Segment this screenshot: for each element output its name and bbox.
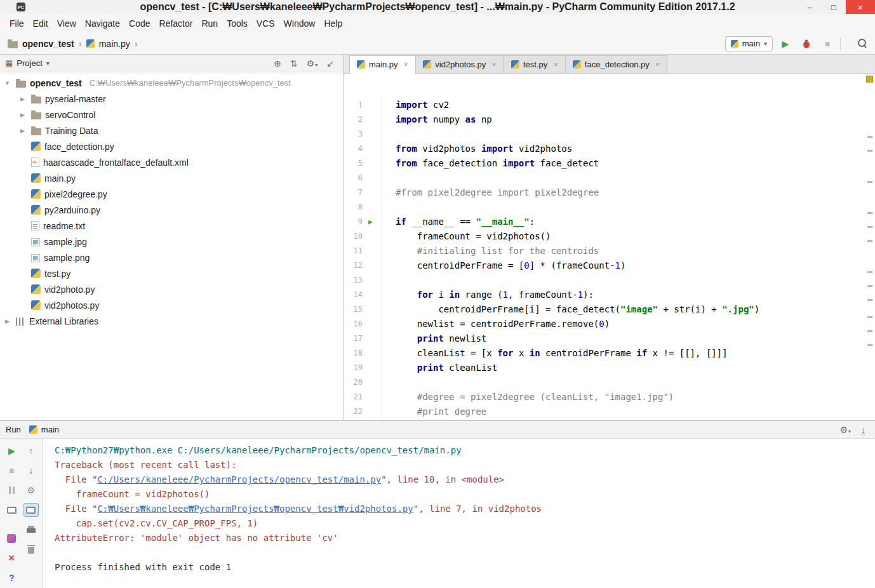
line-number[interactable]: 7: [344, 185, 363, 200]
menu-item-vcs[interactable]: VCS: [252, 15, 279, 32]
stripe-mark[interactable]: [867, 330, 872, 332]
menu-item-view[interactable]: View: [53, 15, 81, 32]
line-number[interactable]: 2: [344, 112, 363, 127]
stop-process-button[interactable]: ■: [4, 464, 19, 478]
gutter[interactable]: [363, 156, 382, 171]
close-console-button[interactable]: ×: [4, 551, 19, 565]
gutter[interactable]: [363, 229, 382, 244]
tree-expanded-icon[interactable]: ▼: [3, 80, 12, 86]
close-window-button[interactable]: ×: [846, 0, 875, 14]
stripe-mark[interactable]: [867, 181, 872, 183]
run-button[interactable]: ▶: [777, 36, 794, 52]
print-button[interactable]: [23, 523, 39, 537]
tab-close-icon[interactable]: ×: [553, 60, 558, 69]
minimize-button[interactable]: –: [798, 0, 822, 14]
tree-item-readme-txt[interactable]: readme.txt: [0, 218, 343, 234]
gutter[interactable]: [363, 331, 382, 346]
stripe-mark[interactable]: [867, 271, 872, 273]
line-number[interactable]: 6: [344, 171, 363, 185]
line-number[interactable]: 13: [344, 273, 363, 288]
gutter[interactable]: [363, 361, 382, 375]
inspection-status-icon[interactable]: [866, 76, 873, 83]
tree-item-pyserial-master[interactable]: ▶pyserial-master: [0, 91, 343, 107]
run-config-selector[interactable]: main ▾: [725, 36, 773, 51]
debug-button[interactable]: [798, 36, 815, 52]
gutter[interactable]: [363, 288, 382, 302]
line-number[interactable]: 16: [344, 317, 363, 331]
tree-item-external-libraries[interactable]: ▶External Libraries: [0, 313, 343, 329]
tree-item-vid2photos-py[interactable]: vid2photos.py: [0, 297, 343, 313]
tree-item-pixel2degree-py[interactable]: pixel2degree.py: [0, 186, 343, 202]
code-editor[interactable]: 1import cv22import numpy as np34from vid…: [344, 74, 875, 420]
line-number[interactable]: 11: [344, 244, 363, 258]
project-panel-title[interactable]: Project: [17, 58, 42, 68]
run-settings-gear-icon[interactable]: ⚙▾: [839, 425, 851, 435]
tree-item-face-detection-py[interactable]: face_detection.py: [0, 138, 343, 154]
show-python-prompt-button[interactable]: [4, 531, 19, 545]
gutter[interactable]: [363, 302, 382, 317]
next-stacktrace-button[interactable]: ↓: [23, 464, 39, 478]
tree-item-opencv-test[interactable]: ▼opencv_testC:₩Users₩kaneleee₩PycharmPro…: [0, 75, 343, 91]
console-file-link[interactable]: C:/Users/kaneleee/PycharmProjects/opencv…: [97, 474, 381, 484]
line-number[interactable]: 19: [344, 361, 363, 375]
stripe-mark[interactable]: [867, 240, 872, 242]
locate-file-icon[interactable]: ⊕: [274, 58, 281, 69]
tab-close-icon[interactable]: ×: [491, 60, 497, 69]
tree-collapsed-icon[interactable]: ▶: [18, 112, 27, 118]
tab-main-py[interactable]: main.py×: [349, 55, 416, 74]
maximize-button[interactable]: □: [822, 0, 846, 14]
soft-wrap-button[interactable]: [23, 503, 39, 517]
gutter[interactable]: [363, 112, 382, 127]
prev-stacktrace-button[interactable]: ↑: [23, 444, 39, 458]
stripe-mark[interactable]: [867, 344, 872, 346]
tab-face-detection-py[interactable]: face_detection.py×: [565, 55, 668, 74]
line-number[interactable]: 21: [344, 390, 363, 404]
console-settings-button[interactable]: ⚙: [23, 483, 39, 497]
line-number[interactable]: 8: [344, 200, 363, 215]
stop-button[interactable]: ■: [819, 36, 836, 52]
line-number[interactable]: 22: [344, 404, 363, 419]
line-number[interactable]: 14: [344, 288, 363, 302]
project-panel-menu-icon[interactable]: ▦: [5, 58, 13, 68]
gutter[interactable]: [363, 404, 382, 419]
menu-item-tools[interactable]: Tools: [222, 15, 252, 32]
line-number[interactable]: 3: [344, 127, 363, 142]
error-stripe[interactable]: [865, 74, 875, 420]
tree-item-sample-jpg[interactable]: sample.jpg: [0, 234, 343, 250]
tree-item-test-py[interactable]: test.py: [0, 265, 343, 281]
line-number[interactable]: 4: [344, 142, 363, 156]
gutter[interactable]: [363, 185, 382, 200]
gutter[interactable]: [363, 346, 382, 361]
tree-collapsed-icon[interactable]: ▶: [18, 128, 27, 134]
tree-item-training-data[interactable]: ▶Training Data: [0, 123, 343, 138]
tree-collapsed-icon[interactable]: ▶: [18, 96, 27, 102]
clear-all-button[interactable]: [23, 542, 39, 556]
gutter[interactable]: [363, 258, 382, 273]
stripe-mark[interactable]: [867, 150, 872, 152]
stripe-mark[interactable]: [867, 285, 872, 287]
hide-run-panel-icon[interactable]: ↓: [861, 425, 865, 435]
gutter[interactable]: [363, 244, 382, 258]
menu-item-code[interactable]: Code: [124, 15, 154, 32]
tree-item-haarcascade-frontalface-default-xml[interactable]: haarcascade_frontalface_default.xml: [0, 154, 343, 170]
line-number[interactable]: 12: [344, 258, 363, 273]
tab-close-icon[interactable]: ×: [404, 60, 409, 69]
gutter[interactable]: [363, 98, 382, 112]
tree-item-sample-png[interactable]: sample.png: [0, 250, 343, 265]
tab-test-py[interactable]: test.py×: [504, 55, 566, 74]
menu-item-window[interactable]: Window: [279, 15, 320, 32]
restore-layout-button[interactable]: [4, 503, 19, 517]
breadcrumb-project[interactable]: opencv_test: [22, 39, 74, 49]
line-number[interactable]: 17: [344, 331, 363, 346]
gutter[interactable]: [363, 375, 382, 390]
help-button[interactable]: ?: [4, 571, 19, 585]
line-number[interactable]: 10: [344, 229, 363, 244]
line-number[interactable]: 15: [344, 302, 363, 317]
line-number[interactable]: 1: [344, 98, 363, 112]
console-output[interactable]: C:₩Python27₩python.exe C:/Users/kaneleee…: [43, 439, 875, 588]
run-tab-main[interactable]: main: [29, 425, 59, 434]
tab-vid2photos-py[interactable]: vid2photos.py×: [415, 55, 504, 74]
gutter[interactable]: [363, 171, 382, 185]
pause-output-button[interactable]: [4, 483, 19, 497]
line-number[interactable]: 5: [344, 156, 363, 171]
